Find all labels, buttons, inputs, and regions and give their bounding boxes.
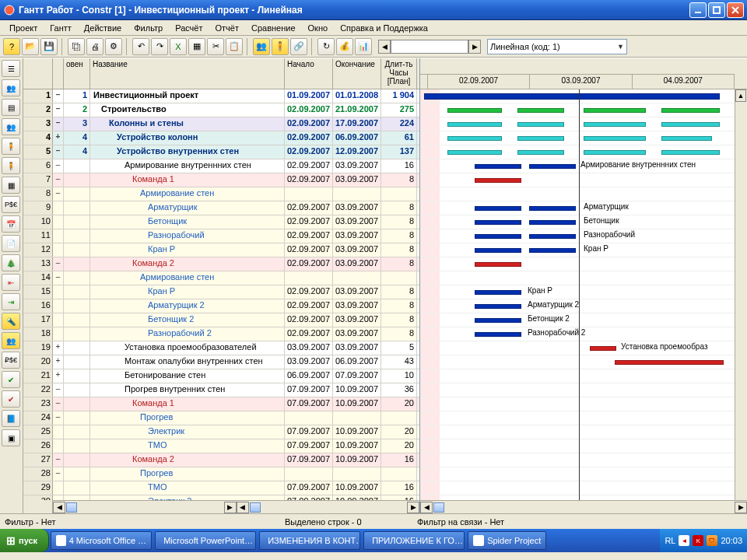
scroll-right-icon[interactable]: ▶ — [224, 502, 237, 513]
table-row[interactable]: 4+4Устройство колонн02.09.200706.09.2007… — [23, 131, 419, 145]
gantt-bar[interactable] — [529, 248, 576, 253]
gantt-bar[interactable] — [475, 290, 521, 295]
header-name[interactable]: Название — [90, 58, 285, 89]
gantt-date-cell[interactable]: 03.09.2007 — [530, 74, 632, 89]
taskbar-task[interactable]: Microsoft PowerPoint… — [155, 531, 256, 550]
spreadsheet-icon[interactable]: ▦ — [2, 177, 20, 194]
table-row[interactable]: 24–Прогрев — [23, 411, 419, 425]
table-row[interactable]: 16Арматурщик 202.09.200703.09.20078 — [23, 299, 419, 313]
misc-icon[interactable]: ▣ — [2, 429, 20, 446]
table-row[interactable]: 1–1Инвестиционный проект01.09.200701.01.… — [23, 89, 419, 103]
gantt-row[interactable]: Разнорабочий 2 — [420, 327, 735, 341]
header-rownum[interactable] — [23, 58, 53, 89]
expand-toggle[interactable] — [53, 215, 64, 229]
minimize-button[interactable] — [689, 2, 707, 18]
clock[interactable]: 20:03 — [721, 536, 742, 545]
gantt-bar[interactable] — [475, 164, 521, 169]
menu-item[interactable]: Справка и Поддержка — [334, 22, 434, 34]
gantt-row[interactable]: Арматурщик — [420, 201, 735, 215]
table-row[interactable]: 22–Прогрев внутренних стен07.09.200710.0… — [23, 383, 419, 397]
gantt-date-cell[interactable]: 04.09.2007 — [633, 74, 735, 89]
gantt-bar[interactable] — [475, 332, 521, 337]
table-row[interactable]: 18Разнорабочий 202.09.200703.09.20078 — [23, 327, 419, 341]
gantt-row[interactable] — [420, 355, 735, 369]
copy-icon[interactable]: ⿻ — [68, 38, 85, 55]
table-row[interactable]: 6–Армирование внутреннних стен02.09.2007… — [23, 159, 419, 173]
person-icon[interactable]: 🧍 — [272, 38, 289, 55]
expand-toggle[interactable]: – — [53, 117, 64, 131]
expand-toggle[interactable]: – — [53, 271, 64, 285]
expand-toggle[interactable] — [53, 425, 64, 439]
gantt-row[interactable] — [420, 145, 735, 159]
taskbar-task[interactable]: ИЗМЕНЕНИЯ В КОНТ… — [259, 531, 360, 550]
gantt-bar[interactable] — [447, 150, 502, 155]
gantt-row[interactable] — [420, 383, 735, 397]
gantt-bar[interactable] — [590, 346, 616, 351]
tray-icon-1[interactable]: ◄ — [679, 535, 689, 546]
expand-toggle[interactable] — [53, 313, 64, 327]
table-row[interactable]: 13–Команда 202.09.200703.09.20078 — [23, 257, 419, 271]
expand-toggle[interactable]: – — [53, 145, 64, 159]
menu-item[interactable]: Расчёт — [169, 22, 209, 34]
chart-icon[interactable]: 📊 — [355, 38, 372, 55]
expand-toggle[interactable]: + — [53, 369, 64, 383]
help-icon[interactable]: ? — [3, 38, 20, 55]
tray-icon-2[interactable]: K — [693, 535, 703, 546]
expand-toggle[interactable]: + — [53, 131, 64, 145]
expand-toggle[interactable] — [53, 481, 64, 495]
expand-toggle[interactable]: – — [53, 103, 64, 117]
table-row[interactable]: 25Электрик07.09.200710.09.200720 — [23, 425, 419, 439]
table-row[interactable]: 20+Монтаж опалубки внутренних стен03.09.… — [23, 355, 419, 369]
start-button[interactable]: ⊞ пуск — [0, 529, 49, 552]
gantt-bar[interactable] — [661, 108, 720, 113]
expand-toggle[interactable]: – — [53, 89, 64, 103]
scroll-up-icon[interactable]: ▲ — [735, 89, 746, 102]
grid-dates-hscroll[interactable]: ◀ ▶ — [237, 500, 420, 513]
table-row[interactable]: 14–Армирование стен — [23, 271, 419, 285]
group-icon[interactable]: 👥 — [2, 332, 20, 349]
scale-select[interactable]: Линейная (код: 1) ▼ — [487, 39, 627, 54]
gantt-bar[interactable] — [517, 136, 564, 141]
tray-icon-3[interactable]: 🛡 — [707, 535, 717, 546]
collapse-icon[interactable]: ⇤ — [2, 274, 20, 291]
table-row[interactable]: 12Кран Р02.09.200703.09.20078 — [23, 243, 419, 257]
gantt-row[interactable] — [420, 481, 735, 495]
expand-toggle[interactable]: – — [53, 397, 64, 411]
gantt-bar[interactable] — [584, 122, 646, 127]
scroll-left-icon[interactable]: ◀ — [237, 502, 249, 513]
gantt-date-cell[interactable]: 02.09.2007 — [428, 74, 530, 89]
gantt-row[interactable]: Бетонщик — [420, 215, 735, 229]
scroll-right-button[interactable]: ▶ — [468, 40, 481, 54]
gantt-row[interactable] — [420, 411, 735, 425]
excel-icon[interactable]: X — [170, 38, 187, 55]
scroll-left-button[interactable]: ◀ — [378, 40, 391, 54]
scroll-right-icon[interactable]: ▶ — [407, 502, 419, 513]
close-button[interactable] — [727, 2, 744, 18]
expand-toggle[interactable]: – — [53, 159, 64, 173]
scroll-thumb[interactable] — [250, 502, 261, 513]
gantt-row[interactable] — [420, 425, 735, 439]
menu-item[interactable]: Отчёт — [209, 22, 245, 34]
expand-toggle[interactable] — [53, 243, 64, 257]
gantt-bar[interactable] — [661, 136, 712, 141]
menu-item[interactable]: Сравнение — [245, 22, 302, 34]
menu-item[interactable]: Окно — [302, 22, 335, 34]
expand-toggle[interactable]: – — [53, 453, 64, 467]
menu-item[interactable]: Фильтр — [128, 22, 169, 34]
grid-name-hscroll[interactable]: ◀ ▶ — [53, 500, 237, 513]
paste-icon[interactable]: 📋 — [226, 38, 243, 55]
gantt-row[interactable] — [420, 117, 735, 131]
redo-icon[interactable]: ↷ — [151, 38, 168, 55]
header-duration[interactable]: Длит-ть Часы [План] — [381, 58, 417, 89]
filter-icon[interactable]: ▤ — [2, 99, 20, 116]
gantt-bar[interactable] — [424, 93, 720, 100]
expand-toggle[interactable]: – — [53, 411, 64, 425]
gantt-body[interactable]: Армирование внутреннних стенАрматурщикБе… — [420, 89, 747, 513]
settings-icon[interactable]: ⚙ — [105, 38, 122, 55]
header-level[interactable]: овен — [64, 58, 90, 89]
gantt-row[interactable] — [420, 257, 735, 271]
header-expand[interactable] — [53, 58, 64, 89]
table-row[interactable]: 21+Бетонирование стен06.09.200707.09.200… — [23, 369, 419, 383]
money-icon[interactable]: 💰 — [336, 38, 353, 55]
gantt-row[interactable] — [420, 369, 735, 383]
